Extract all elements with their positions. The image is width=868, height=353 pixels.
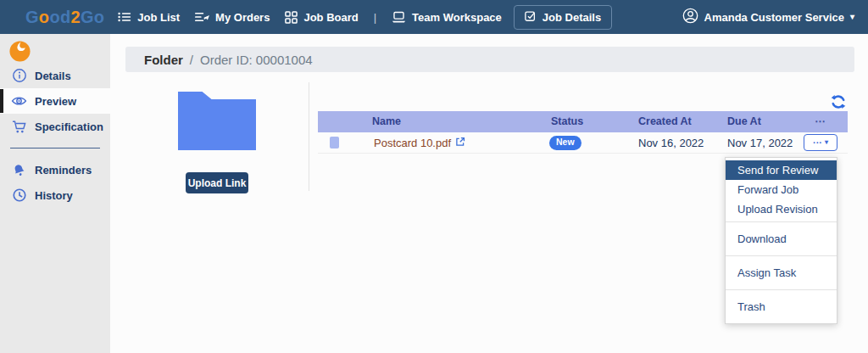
menu-group: Download bbox=[726, 221, 837, 255]
table-header-row: Name Status Created At Due At ⋯ bbox=[318, 111, 848, 132]
user-name: Amanda Customer Service bbox=[704, 11, 844, 24]
status-badge: New bbox=[549, 136, 581, 150]
external-link-icon bbox=[455, 137, 465, 149]
logo-segment: Go bbox=[81, 8, 104, 26]
checkbox-check-icon bbox=[525, 10, 537, 25]
nav-separator: | bbox=[374, 11, 376, 24]
breadcrumb: Folder / Order ID: 00001004 bbox=[125, 47, 854, 72]
column-header-status: Status bbox=[551, 111, 583, 132]
breadcrumb-folder[interactable]: Folder bbox=[144, 53, 183, 67]
sidebar-item-history[interactable]: History bbox=[0, 182, 110, 208]
orders-icon bbox=[195, 11, 209, 23]
column-header-name: Name bbox=[372, 111, 401, 132]
list-icon bbox=[118, 11, 131, 23]
nav-item-label: Job List bbox=[137, 11, 180, 24]
logo-segment: G bbox=[25, 8, 39, 26]
grid-icon bbox=[285, 11, 298, 24]
workspace-icon bbox=[392, 11, 406, 23]
sidebar-divider bbox=[10, 148, 100, 148]
breadcrumb-order-id: Order ID: 00001004 bbox=[200, 53, 313, 67]
nav-item-job-list[interactable]: Job List bbox=[118, 11, 180, 24]
column-header-due-at: Due At bbox=[727, 111, 761, 132]
vertical-divider bbox=[309, 82, 309, 191]
good2go-mark-icon bbox=[0, 34, 110, 63]
sidebar-item-label: Specification bbox=[35, 120, 103, 133]
history-clock-icon bbox=[11, 188, 27, 204]
person-icon bbox=[682, 8, 698, 26]
ellipsis-icon: ··· bbox=[813, 137, 822, 148]
sidebar-item-specification[interactable]: Specification bbox=[0, 114, 110, 139]
refresh-icon[interactable] bbox=[830, 93, 847, 110]
menu-item-upload-revision[interactable]: Upload Revision bbox=[726, 199, 837, 219]
files-table: Name Status Created At Due At ⋯ Postcard… bbox=[318, 111, 848, 154]
nav-item-job-board[interactable]: Job Board bbox=[285, 11, 358, 24]
good2go-logo[interactable]: Good2Go bbox=[25, 8, 104, 27]
nav-item-label: My Orders bbox=[215, 11, 270, 24]
sidebar-item-reminders[interactable]: Reminders bbox=[0, 157, 110, 182]
menu-group: Trash bbox=[726, 289, 837, 323]
chevron-down-icon: ▾ bbox=[825, 139, 828, 146]
sidebar-item-label: Reminders bbox=[35, 164, 92, 176]
sidebar-item-label: Details bbox=[35, 70, 71, 82]
cart-icon bbox=[11, 119, 27, 135]
row-actions-context-menu: Send for Review Forward Job Upload Revis… bbox=[725, 157, 837, 324]
user-menu[interactable]: Amanda Customer Service ▾ bbox=[682, 8, 868, 26]
menu-group: Assign Task bbox=[726, 255, 837, 289]
top-navbar: Good2Go Job List My Orders Job Board | T… bbox=[0, 0, 868, 34]
menu-item-trash[interactable]: Trash bbox=[726, 294, 837, 320]
logo-segment-orange-o: o bbox=[39, 8, 50, 26]
menu-item-assign-task[interactable]: Assign Task bbox=[726, 260, 837, 286]
sidebar-item-preview[interactable]: Preview bbox=[0, 88, 110, 114]
menu-item-send-for-review[interactable]: Send for Review bbox=[726, 160, 837, 180]
folder-icon[interactable] bbox=[178, 92, 256, 150]
nav-item-my-orders[interactable]: My Orders bbox=[195, 11, 270, 24]
menu-item-forward-job[interactable]: Forward Job bbox=[726, 180, 837, 199]
menu-group: Send for Review Forward Job Upload Revis… bbox=[726, 158, 837, 221]
menu-item-download[interactable]: Download bbox=[726, 226, 837, 252]
nav-menu: Job List My Orders Job Board | Team Work… bbox=[118, 11, 502, 24]
nav-item-label: Job Board bbox=[303, 11, 358, 24]
sidebar-item-label: History bbox=[35, 189, 73, 202]
upload-link-button[interactable]: Upload Link bbox=[186, 172, 248, 193]
nav-item-label: Team Workspace bbox=[412, 11, 502, 24]
bell-icon bbox=[11, 162, 27, 178]
sidebar-item-details[interactable]: Details bbox=[0, 63, 110, 88]
info-icon bbox=[11, 68, 27, 84]
job-details-label: Job Details bbox=[542, 11, 601, 24]
created-at-value: Nov 16, 2022 bbox=[638, 132, 704, 154]
row-actions-dropdown-button[interactable]: ··· ▾ bbox=[804, 134, 837, 151]
file-icon bbox=[330, 137, 339, 148]
column-header-created-at: Created At bbox=[638, 111, 692, 132]
column-header-actions: ⋯ bbox=[815, 111, 826, 132]
eye-icon bbox=[11, 93, 27, 109]
table-row: Postcard 10.pdf New Nov 16, 2022 Nov 17,… bbox=[318, 132, 848, 154]
logo-segment: od bbox=[49, 8, 70, 26]
sidebar-item-label: Preview bbox=[35, 95, 76, 108]
chevron-down-icon: ▾ bbox=[850, 13, 854, 21]
sidebar: Details Preview Specification Reminders … bbox=[0, 34, 110, 353]
file-name-link[interactable]: Postcard 10.pdf bbox=[374, 132, 465, 154]
job-details-button[interactable]: Job Details bbox=[514, 5, 612, 30]
logo-segment-orange-2: 2 bbox=[70, 8, 80, 26]
main-panel: Folder / Order ID: 00001004 Upload Link … bbox=[110, 34, 868, 353]
nav-item-team-workspace[interactable]: Team Workspace bbox=[392, 11, 502, 24]
breadcrumb-separator: / bbox=[190, 53, 193, 67]
file-name-text: Postcard 10.pdf bbox=[374, 137, 451, 149]
due-at-value: Nov 17, 2022 bbox=[727, 132, 793, 154]
